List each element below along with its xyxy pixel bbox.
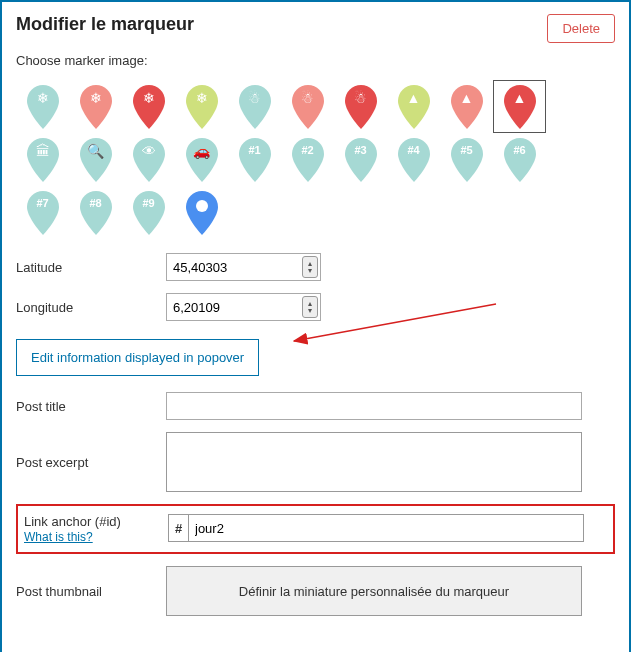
marker-option[interactable]: #5 bbox=[440, 133, 493, 186]
marker-glyph-icon: ▲ bbox=[449, 90, 485, 106]
marker-text-icon: #3 bbox=[343, 144, 379, 156]
marker-option[interactable]: ❄ bbox=[69, 80, 122, 133]
longitude-row: Longitude ▴▾ bbox=[16, 293, 615, 321]
marker-option[interactable]: #1 bbox=[228, 133, 281, 186]
marker-option[interactable]: #3 bbox=[334, 133, 387, 186]
marker-option[interactable]: #2 bbox=[281, 133, 334, 186]
marker-option[interactable]: #4 bbox=[387, 133, 440, 186]
post-title-row: Post title bbox=[16, 392, 615, 420]
marker-option[interactable]: ☃ bbox=[281, 80, 334, 133]
marker-glyph-icon: ▲ bbox=[502, 90, 538, 106]
marker-option[interactable]: #7 bbox=[16, 186, 69, 239]
marker-option[interactable]: ▲ bbox=[440, 80, 493, 133]
marker-option[interactable]: ☃ bbox=[334, 80, 387, 133]
marker-option[interactable]: #8 bbox=[69, 186, 122, 239]
post-title-input[interactable] bbox=[166, 392, 582, 420]
marker-text-icon: #6 bbox=[502, 144, 538, 156]
edit-marker-panel: Modifier le marqueur Delete Choose marke… bbox=[0, 0, 631, 652]
marker-glyph-icon: ☃ bbox=[290, 90, 326, 106]
what-is-this-link[interactable]: What is this? bbox=[24, 530, 93, 544]
marker-option[interactable]: 🔍 bbox=[69, 133, 122, 186]
latitude-stepper[interactable]: ▴▾ bbox=[302, 256, 318, 278]
link-anchor-input[interactable] bbox=[189, 515, 583, 541]
post-thumbnail-row: Post thumbnail Définir la miniature pers… bbox=[16, 566, 615, 616]
marker-option[interactable] bbox=[175, 186, 228, 239]
longitude-stepper[interactable]: ▴▾ bbox=[302, 296, 318, 318]
post-excerpt-row: Post excerpt bbox=[16, 432, 615, 492]
marker-glyph-icon: ❄ bbox=[131, 90, 167, 106]
post-excerpt-label: Post excerpt bbox=[16, 455, 166, 470]
latitude-input[interactable] bbox=[166, 253, 321, 281]
marker-text-icon: #8 bbox=[78, 197, 114, 209]
set-thumbnail-button[interactable]: Définir la miniature personnalisée du ma… bbox=[166, 566, 582, 616]
link-anchor-input-wrap: # bbox=[168, 514, 584, 542]
delete-button[interactable]: Delete bbox=[547, 14, 615, 43]
marker-glyph-icon: ☃ bbox=[343, 90, 379, 106]
marker-glyph-icon: 👁 bbox=[131, 143, 167, 159]
marker-option[interactable]: 🚗 bbox=[175, 133, 228, 186]
marker-text-icon: #9 bbox=[131, 197, 167, 209]
marker-glyph-icon: 🔍 bbox=[78, 143, 114, 159]
marker-glyph-icon: 🏛 bbox=[25, 143, 61, 159]
link-anchor-label: Link anchor (#id) bbox=[24, 514, 168, 529]
hash-prefix: # bbox=[169, 515, 189, 541]
marker-option[interactable]: ❄ bbox=[16, 80, 69, 133]
marker-option[interactable]: ☃ bbox=[228, 80, 281, 133]
marker-option[interactable]: ▲ bbox=[387, 80, 440, 133]
marker-option[interactable]: ▲ bbox=[493, 80, 546, 133]
panel-header: Modifier le marqueur Delete bbox=[16, 14, 615, 43]
latitude-label: Latitude bbox=[16, 260, 166, 275]
marker-text-icon: #4 bbox=[396, 144, 432, 156]
marker-glyph-icon: ❄ bbox=[184, 90, 220, 106]
marker-option[interactable]: ❄ bbox=[175, 80, 228, 133]
marker-glyph-icon: ▲ bbox=[396, 90, 432, 106]
marker-option[interactable]: 👁 bbox=[122, 133, 175, 186]
marker-text-icon: #5 bbox=[449, 144, 485, 156]
marker-image-grid: ❄❄❄❄☃☃☃▲▲▲🏛🔍👁🚗#1#2#3#4#5#6#7#8#9 bbox=[16, 80, 556, 239]
marker-glyph-icon: ❄ bbox=[78, 90, 114, 106]
panel-title: Modifier le marqueur bbox=[16, 14, 194, 35]
marker-text-icon: #2 bbox=[290, 144, 326, 156]
latitude-row: Latitude ▴▾ bbox=[16, 253, 615, 281]
marker-dot-icon bbox=[196, 200, 208, 212]
post-thumbnail-label: Post thumbnail bbox=[16, 584, 166, 599]
marker-text-icon: #7 bbox=[25, 197, 61, 209]
choose-marker-label: Choose marker image: bbox=[16, 53, 615, 68]
marker-glyph-icon: 🚗 bbox=[184, 143, 220, 159]
marker-option[interactable]: #6 bbox=[493, 133, 546, 186]
marker-option[interactable]: #9 bbox=[122, 186, 175, 239]
marker-option[interactable]: 🏛 bbox=[16, 133, 69, 186]
marker-text-icon: #1 bbox=[237, 144, 273, 156]
longitude-input[interactable] bbox=[166, 293, 321, 321]
link-anchor-section: Link anchor (#id) What is this? # bbox=[16, 504, 615, 554]
longitude-label: Longitude bbox=[16, 300, 166, 315]
post-excerpt-textarea[interactable] bbox=[166, 432, 582, 492]
edit-popover-info-button[interactable]: Edit information displayed in popover bbox=[16, 339, 259, 376]
marker-glyph-icon: ☃ bbox=[237, 90, 273, 106]
post-title-label: Post title bbox=[16, 399, 166, 414]
marker-option[interactable]: ❄ bbox=[122, 80, 175, 133]
marker-glyph-icon: ❄ bbox=[25, 90, 61, 106]
